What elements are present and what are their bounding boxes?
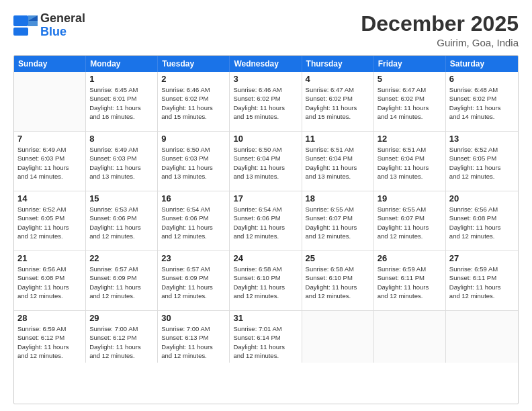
day-number: 7	[17, 134, 82, 144]
day-info: Sunrise: 6:47 AM Sunset: 6:02 PM Dayligh…	[378, 85, 442, 121]
day-info: Sunrise: 7:00 AM Sunset: 6:12 PM Dayligh…	[89, 324, 154, 360]
calendar-cell: 10Sunrise: 6:50 AM Sunset: 6:04 PM Dayli…	[230, 132, 302, 191]
header-friday: Friday	[374, 56, 446, 72]
calendar-cell: 12Sunrise: 6:51 AM Sunset: 6:04 PM Dayli…	[374, 132, 446, 191]
header-saturday: Saturday	[446, 56, 518, 72]
calendar-cell: 31Sunrise: 7:01 AM Sunset: 6:14 PM Dayli…	[230, 311, 302, 363]
day-number: 19	[378, 193, 442, 203]
day-info: Sunrise: 7:01 AM Sunset: 6:14 PM Dayligh…	[233, 324, 298, 360]
calendar-cell: 5Sunrise: 6:47 AM Sunset: 6:02 PM Daylig…	[374, 72, 446, 131]
day-number: 11	[306, 134, 370, 144]
day-number: 17	[233, 193, 298, 203]
calendar-cell	[446, 311, 518, 363]
day-number: 22	[89, 253, 154, 263]
day-info: Sunrise: 6:58 AM Sunset: 6:10 PM Dayligh…	[306, 265, 370, 300]
day-info: Sunrise: 6:58 AM Sunset: 6:10 PM Dayligh…	[233, 265, 298, 300]
calendar-cell: 25Sunrise: 6:58 AM Sunset: 6:10 PM Dayli…	[302, 251, 374, 310]
day-number: 21	[17, 253, 82, 263]
day-info: Sunrise: 7:00 AM Sunset: 6:13 PM Dayligh…	[161, 324, 226, 360]
day-info: Sunrise: 6:59 AM Sunset: 6:12 PM Dayligh…	[17, 324, 82, 360]
day-info: Sunrise: 6:51 AM Sunset: 6:04 PM Dayligh…	[378, 145, 442, 181]
svg-rect-3	[13, 28, 28, 36]
header-thursday: Thursday	[302, 56, 374, 72]
calendar-body: 1Sunrise: 6:45 AM Sunset: 6:01 PM Daylig…	[14, 72, 518, 363]
day-number: 24	[233, 253, 298, 263]
day-number: 30	[161, 313, 226, 323]
day-number: 18	[306, 193, 370, 203]
location: Guirim, Goa, India	[361, 37, 519, 48]
day-info: Sunrise: 6:48 AM Sunset: 6:02 PM Dayligh…	[449, 85, 515, 121]
day-info: Sunrise: 6:47 AM Sunset: 6:02 PM Dayligh…	[306, 85, 370, 121]
day-number: 27	[449, 253, 515, 263]
calendar-cell: 2Sunrise: 6:46 AM Sunset: 6:02 PM Daylig…	[158, 72, 230, 131]
calendar-row-5: 28Sunrise: 6:59 AM Sunset: 6:12 PM Dayli…	[14, 311, 518, 363]
header-wednesday: Wednesday	[230, 56, 302, 72]
calendar-cell: 29Sunrise: 7:00 AM Sunset: 6:12 PM Dayli…	[86, 311, 158, 363]
calendar-header: Sunday Monday Tuesday Wednesday Thursday…	[14, 56, 518, 72]
calendar-row-2: 7Sunrise: 6:49 AM Sunset: 6:03 PM Daylig…	[14, 132, 518, 191]
page: General Blue December 2025 Guirim, Goa, …	[0, 0, 532, 411]
calendar-cell	[14, 72, 86, 131]
day-info: Sunrise: 6:55 AM Sunset: 6:07 PM Dayligh…	[378, 205, 442, 240]
calendar-cell: 22Sunrise: 6:57 AM Sunset: 6:09 PM Dayli…	[86, 251, 158, 310]
day-info: Sunrise: 6:55 AM Sunset: 6:07 PM Dayligh…	[306, 205, 370, 240]
day-info: Sunrise: 6:56 AM Sunset: 6:08 PM Dayligh…	[449, 205, 515, 240]
day-number: 28	[17, 313, 82, 323]
day-number: 5	[378, 74, 442, 84]
day-number: 8	[89, 134, 154, 144]
day-number: 16	[161, 193, 226, 203]
day-number: 26	[378, 253, 442, 263]
calendar-cell: 6Sunrise: 6:48 AM Sunset: 6:02 PM Daylig…	[446, 72, 518, 131]
title-section: December 2025 Guirim, Goa, India	[361, 12, 519, 48]
calendar-cell: 3Sunrise: 6:46 AM Sunset: 6:02 PM Daylig…	[230, 72, 302, 131]
header: General Blue December 2025 Guirim, Goa, …	[13, 12, 519, 48]
calendar-cell: 1Sunrise: 6:45 AM Sunset: 6:01 PM Daylig…	[86, 72, 158, 131]
day-number: 14	[17, 193, 82, 203]
calendar-cell: 26Sunrise: 6:59 AM Sunset: 6:11 PM Dayli…	[374, 251, 446, 310]
day-number: 4	[306, 74, 370, 84]
day-info: Sunrise: 6:49 AM Sunset: 6:03 PM Dayligh…	[17, 145, 82, 181]
day-info: Sunrise: 6:46 AM Sunset: 6:02 PM Dayligh…	[233, 85, 298, 121]
calendar-cell: 7Sunrise: 6:49 AM Sunset: 6:03 PM Daylig…	[14, 132, 86, 191]
calendar-cell: 18Sunrise: 6:55 AM Sunset: 6:07 PM Dayli…	[302, 191, 374, 250]
header-sunday: Sunday	[14, 56, 86, 72]
day-info: Sunrise: 6:54 AM Sunset: 6:06 PM Dayligh…	[233, 205, 298, 240]
calendar-cell: 16Sunrise: 6:54 AM Sunset: 6:06 PM Dayli…	[158, 191, 230, 250]
calendar-cell: 21Sunrise: 6:56 AM Sunset: 6:08 PM Dayli…	[14, 251, 86, 310]
day-number: 23	[161, 253, 226, 263]
day-info: Sunrise: 6:53 AM Sunset: 6:06 PM Dayligh…	[89, 205, 154, 240]
day-info: Sunrise: 6:54 AM Sunset: 6:06 PM Dayligh…	[161, 205, 226, 240]
day-number: 3	[233, 74, 298, 84]
day-info: Sunrise: 6:57 AM Sunset: 6:09 PM Dayligh…	[161, 265, 226, 300]
day-number: 6	[449, 74, 515, 84]
calendar-cell: 8Sunrise: 6:49 AM Sunset: 6:03 PM Daylig…	[86, 132, 158, 191]
day-info: Sunrise: 6:50 AM Sunset: 6:04 PM Dayligh…	[233, 145, 298, 181]
svg-rect-0	[13, 15, 28, 26]
calendar-cell: 28Sunrise: 6:59 AM Sunset: 6:12 PM Dayli…	[14, 311, 86, 363]
logo-blue: Blue	[40, 25, 66, 38]
calendar-cell: 24Sunrise: 6:58 AM Sunset: 6:10 PM Dayli…	[230, 251, 302, 310]
calendar-row-4: 21Sunrise: 6:56 AM Sunset: 6:08 PM Dayli…	[14, 251, 518, 311]
calendar-cell: 27Sunrise: 6:59 AM Sunset: 6:11 PM Dayli…	[446, 251, 518, 310]
day-number: 2	[161, 74, 226, 84]
day-number: 25	[306, 253, 370, 263]
day-number: 10	[233, 134, 298, 144]
day-number: 15	[89, 193, 154, 203]
day-number: 29	[89, 313, 154, 323]
day-info: Sunrise: 6:59 AM Sunset: 6:11 PM Dayligh…	[378, 265, 442, 300]
day-number: 20	[449, 193, 515, 203]
header-monday: Monday	[86, 56, 158, 72]
header-tuesday: Tuesday	[158, 56, 230, 72]
day-info: Sunrise: 6:57 AM Sunset: 6:09 PM Dayligh…	[89, 265, 154, 300]
calendar-cell: 30Sunrise: 7:00 AM Sunset: 6:13 PM Dayli…	[158, 311, 230, 363]
day-number: 9	[161, 134, 226, 144]
calendar-cell: 23Sunrise: 6:57 AM Sunset: 6:09 PM Dayli…	[158, 251, 230, 310]
calendar-cell: 14Sunrise: 6:52 AM Sunset: 6:05 PM Dayli…	[14, 191, 86, 250]
logo: General Blue	[13, 12, 85, 39]
day-info: Sunrise: 6:59 AM Sunset: 6:11 PM Dayligh…	[449, 265, 515, 300]
calendar-cell	[374, 311, 446, 363]
day-info: Sunrise: 6:50 AM Sunset: 6:03 PM Dayligh…	[161, 145, 226, 181]
day-info: Sunrise: 6:51 AM Sunset: 6:04 PM Dayligh…	[306, 145, 370, 181]
calendar-cell: 19Sunrise: 6:55 AM Sunset: 6:07 PM Dayli…	[374, 191, 446, 250]
calendar-cell	[302, 311, 374, 363]
